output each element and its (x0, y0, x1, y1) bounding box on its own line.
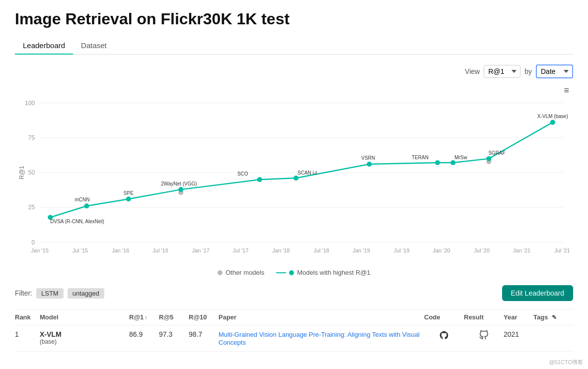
svg-text:Jan '18: Jan '18 (272, 247, 290, 253)
svg-text:SGRAF: SGRAF (488, 150, 506, 156)
legend-teal-dot (289, 270, 294, 275)
svg-text:Jul '21: Jul '21 (554, 247, 570, 253)
svg-text:100: 100 (25, 100, 35, 107)
filter-label: Filter: (15, 289, 32, 297)
svg-text:TERAN: TERAN (412, 155, 429, 160)
col-paper: Paper (219, 313, 424, 321)
legend-grey-dot (218, 270, 222, 275)
cell-paper[interactable]: Multi-Grained Vision Language Pre-Traini… (219, 330, 424, 346)
cell-model: X-VLM (base) (40, 330, 129, 345)
edit-leaderboard-button[interactable]: Edit Leaderboard (502, 285, 573, 301)
cell-r5: 97.3 (159, 330, 189, 338)
svg-text:SPE: SPE (124, 190, 134, 196)
chart-area: ≡ R@1 0 25 50 75 100 Jan '15 Jul '15 Jan… (15, 83, 573, 262)
col-result: Result (464, 313, 504, 321)
github-icon[interactable] (439, 330, 449, 340)
svg-point-37 (550, 120, 555, 125)
svg-text:Jul '18: Jul '18 (313, 247, 329, 253)
table-row: 1 X-VLM (base) 86.9 97.3 98.7 Multi-Grai… (15, 325, 573, 352)
tabs-container: Leaderboard Dataset (15, 37, 573, 55)
view-label: View (465, 67, 480, 75)
table-header: Rank Model R@1 ↑ R@5 R@10 Paper Code Res… (15, 309, 573, 325)
chart-menu-icon[interactable]: ≡ (564, 85, 569, 96)
svg-text:Jul '19: Jul '19 (394, 247, 409, 253)
view-select[interactable]: R@1 R@5 R@10 (484, 65, 520, 78)
col-rank: Rank (15, 313, 40, 321)
svg-text:SCAN i-t: SCAN i-t (297, 170, 317, 176)
filter-tag-lstm[interactable]: LSTM (36, 288, 64, 299)
legend-teal-line (276, 272, 286, 273)
svg-point-36 (486, 156, 491, 161)
svg-text:Jul '20: Jul '20 (474, 247, 490, 253)
by-select[interactable]: Date Model (536, 64, 573, 78)
svg-text:mCNN: mCNN (74, 197, 89, 202)
svg-point-29 (126, 196, 131, 201)
svg-text:75: 75 (28, 134, 35, 141)
col-model: Model (40, 313, 129, 321)
sort-icon: ↑ (145, 314, 147, 320)
svg-text:Jan '19: Jan '19 (353, 247, 370, 253)
chart-legend: Other models Models with highest R@1 (15, 269, 573, 276)
svg-text:Jul '16: Jul '16 (152, 247, 168, 253)
svg-point-30 (178, 187, 183, 192)
tab-leaderboard[interactable]: Leaderboard (15, 37, 73, 55)
svg-text:R@1: R@1 (18, 166, 25, 180)
tags-edit-icon: ✎ (552, 314, 557, 321)
cell-r1: 86.9 (129, 330, 159, 338)
chart-svg: R@1 0 25 50 75 100 Jan '15 Jul '15 Jan '… (15, 83, 573, 262)
legend-other-models: Other models (218, 269, 264, 276)
watermark: @51CTO博客 (549, 359, 583, 366)
svg-text:DVSA (R-CNN, AlexNet): DVSA (R-CNN, AlexNet) (50, 219, 104, 224)
svg-point-32 (294, 176, 298, 181)
legend-other-label: Other models (225, 269, 264, 276)
svg-text:Jan '21: Jan '21 (513, 247, 530, 253)
svg-text:Jan '16: Jan '16 (112, 247, 129, 253)
svg-point-33 (367, 162, 372, 167)
col-r5: R@5 (159, 313, 189, 321)
svg-text:X-VLM (base): X-VLM (base) (537, 114, 568, 119)
tab-dataset[interactable]: Dataset (73, 37, 115, 55)
svg-point-28 (84, 203, 89, 208)
svg-text:VSRN: VSRN (361, 155, 375, 161)
svg-text:Jan '20: Jan '20 (433, 247, 450, 253)
filter-row: Filter: LSTM untagged Edit Leaderboard (15, 285, 573, 301)
svg-text:SCO: SCO (237, 171, 248, 177)
cell-rank: 1 (15, 330, 40, 338)
cell-result[interactable] (464, 330, 504, 340)
cell-year: 2021 (504, 330, 533, 338)
svg-text:Jan '17: Jan '17 (192, 247, 210, 253)
paper-link[interactable]: Multi-Grained Vision Language Pre-Traini… (219, 331, 420, 346)
result-icon[interactable] (479, 330, 489, 340)
svg-text:0: 0 (31, 239, 35, 246)
model-name: X-VLM (40, 330, 129, 338)
model-sub: (base) (40, 338, 129, 345)
svg-text:MrSw: MrSw (454, 155, 467, 160)
legend-best-label: Models with highest R@1 (297, 269, 370, 276)
col-code: Code (424, 313, 464, 321)
svg-point-31 (257, 177, 262, 182)
svg-text:50: 50 (28, 169, 35, 176)
svg-text:25: 25 (28, 204, 35, 211)
svg-point-35 (450, 160, 455, 165)
col-tags: Tags ✎ (533, 313, 573, 321)
col-year: Year (504, 313, 533, 321)
col-r10: R@10 (189, 313, 219, 321)
legend-best-models: Models with highest R@1 (276, 269, 370, 276)
filter-left: Filter: LSTM untagged (15, 288, 104, 299)
svg-text:Jul '15: Jul '15 (73, 247, 88, 253)
col-r1[interactable]: R@1 ↑ (129, 313, 159, 321)
controls-row: View R@1 R@5 R@10 by Date Model (15, 64, 573, 78)
by-label: by (524, 67, 532, 75)
page-title: Image Retrieval on Flickr30K 1K test (15, 10, 573, 28)
svg-text:Jan '15: Jan '15 (31, 247, 49, 253)
cell-code[interactable] (424, 330, 464, 340)
svg-point-34 (435, 160, 440, 165)
svg-text:2WayNet (VGG): 2WayNet (VGG) (161, 181, 197, 186)
svg-text:Jul '17: Jul '17 (233, 247, 249, 253)
filter-tag-untagged[interactable]: untagged (68, 288, 104, 299)
cell-r10: 98.7 (189, 330, 219, 338)
